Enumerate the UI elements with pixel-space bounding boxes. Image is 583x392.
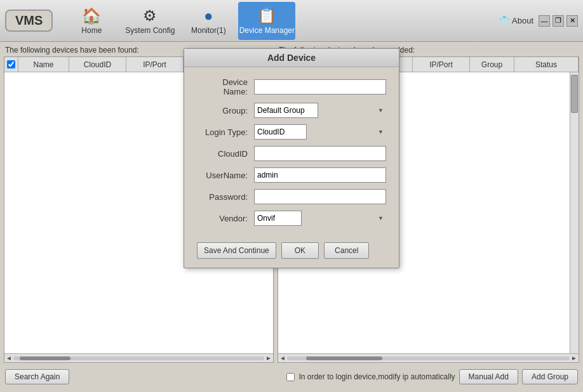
group-row: Group: Default Group xyxy=(197,103,386,118)
add-device-modal: Add Device Device Name: Group: Default G… xyxy=(184,48,399,268)
modal-title: Add Device xyxy=(184,49,399,67)
titlebar-right: 👕 About — ❐ ✕ xyxy=(499,15,578,27)
device-name-row: Device Name: xyxy=(197,77,386,96)
cancel-button[interactable]: Cancel xyxy=(324,242,369,259)
monitor-icon: ● xyxy=(204,7,213,25)
login-type-row: Login Type: CloudID IP/Domain P2P xyxy=(197,124,386,140)
tab-monitor-label: Monitor(1) xyxy=(191,26,226,35)
system-config-icon: ⚙ xyxy=(143,7,157,25)
cloudid-row: CloudID xyxy=(197,146,386,161)
close-button[interactable]: ✕ xyxy=(566,15,578,27)
tab-device-manager-label: Device Manager xyxy=(239,26,295,35)
login-type-select[interactable]: CloudID IP/Domain P2P xyxy=(254,124,307,140)
username-label: UserName: xyxy=(197,171,254,180)
about-label: About xyxy=(512,16,533,25)
tab-system-config[interactable]: ⚙ System Config xyxy=(121,2,178,40)
tab-system-config-label: System Config xyxy=(125,26,175,35)
restore-button[interactable]: ❐ xyxy=(553,15,564,27)
save-continue-button[interactable]: Save And Continue xyxy=(197,242,276,259)
nav-tabs: 🏠 Home ⚙ System Config ● Monitor(1) 📋 De… xyxy=(63,2,499,40)
ok-button[interactable]: OK xyxy=(281,242,319,259)
vendor-row: Vendor: Onvif Dahua Hikvision xyxy=(197,211,386,226)
login-type-select-wrapper: CloudID IP/Domain P2P xyxy=(254,124,386,140)
username-row: UserName: xyxy=(197,167,386,183)
username-input[interactable] xyxy=(254,167,386,183)
password-input[interactable] xyxy=(254,189,386,204)
device-manager-icon: 📋 xyxy=(257,7,276,25)
group-label: Group: xyxy=(197,106,254,115)
device-name-label: Device Name: xyxy=(197,77,254,96)
window-controls: — ❐ ✕ xyxy=(539,15,578,27)
modal-body: Device Name: Group: Default Group Login … xyxy=(184,67,399,242)
titlebar: VMS 🏠 Home ⚙ System Config ● Monitor(1) … xyxy=(0,0,583,42)
modal-footer: Save And Continue OK Cancel xyxy=(184,242,399,268)
about-button[interactable]: 👕 About xyxy=(499,16,533,25)
tab-monitor[interactable]: ● Monitor(1) xyxy=(180,2,237,40)
password-row: Password: xyxy=(197,189,386,204)
group-select[interactable]: Default Group xyxy=(254,103,318,118)
shirt-icon: 👕 xyxy=(499,16,509,25)
tab-device-manager[interactable]: 📋 Device Manager xyxy=(238,2,295,40)
vendor-select-wrapper: Onvif Dahua Hikvision xyxy=(254,211,386,226)
cloudid-label: CloudID xyxy=(197,149,254,159)
tab-home-label: Home xyxy=(81,26,102,35)
group-select-wrapper: Default Group xyxy=(254,103,386,118)
device-name-input[interactable] xyxy=(254,79,386,95)
vms-logo: VMS xyxy=(5,10,53,32)
tab-home[interactable]: 🏠 Home xyxy=(63,2,120,40)
cloudid-input[interactable] xyxy=(254,146,386,161)
password-label: Password: xyxy=(197,192,254,202)
vendor-select[interactable]: Onvif Dahua Hikvision xyxy=(254,211,302,226)
minimize-button[interactable]: — xyxy=(539,15,550,27)
home-icon: 🏠 xyxy=(82,7,101,25)
modal-overlay: Add Device Device Name: Group: Default G… xyxy=(0,42,583,392)
vendor-label: Vendor: xyxy=(197,214,254,223)
login-type-label: Login Type: xyxy=(197,127,254,137)
